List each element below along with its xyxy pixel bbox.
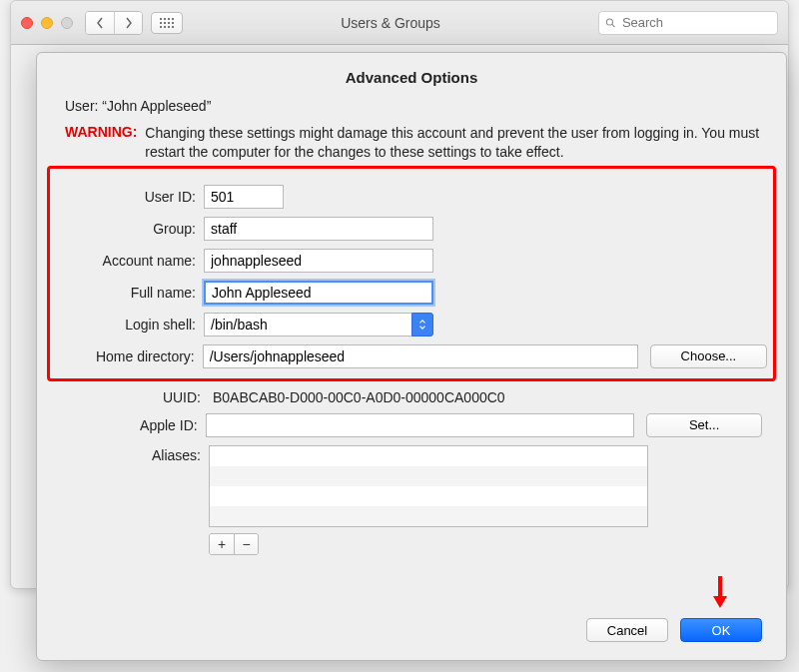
- advanced-options-sheet: Advanced Options User: “John Appleseed” …: [36, 52, 787, 661]
- nav-back-forward: [85, 11, 143, 35]
- warning-block: WARNING: Changing these settings might d…: [65, 124, 762, 162]
- window-title: Users & Groups: [183, 15, 598, 31]
- user-id-input[interactable]: [204, 185, 284, 209]
- warning-text: Changing these settings might damage thi…: [145, 124, 762, 162]
- back-button[interactable]: [86, 12, 114, 34]
- arrow-annotation: [710, 574, 730, 614]
- user-label: User:: [65, 98, 102, 114]
- show-all-button[interactable]: [151, 12, 183, 34]
- zoom-window-button[interactable]: [61, 17, 73, 29]
- highlight-annotation: User ID: Group: Account name: Full name:…: [47, 166, 776, 381]
- ok-button[interactable]: OK: [680, 618, 762, 642]
- apple-id-label: Apple ID:: [61, 417, 206, 433]
- home-dir-label: Home directory:: [56, 348, 203, 364]
- remove-alias-button[interactable]: −: [234, 534, 258, 554]
- add-alias-button[interactable]: +: [210, 534, 234, 554]
- user-name-value: “John Appleseed”: [102, 98, 211, 114]
- minimize-window-button[interactable]: [41, 17, 53, 29]
- uuid-value: B0ABCAB0-D000-00C0-A0D0-00000CA000C0: [209, 389, 505, 405]
- footer-buttons: Cancel OK: [586, 618, 762, 642]
- search-icon: [605, 17, 616, 29]
- down-arrow-icon: [710, 574, 730, 610]
- account-name-input[interactable]: [204, 249, 433, 273]
- titlebar: Users & Groups: [11, 1, 788, 45]
- login-shell-label: Login shell:: [56, 317, 204, 333]
- forward-button[interactable]: [114, 12, 142, 34]
- chevron-right-icon: [125, 17, 133, 29]
- full-name-label: Full name:: [56, 285, 204, 301]
- login-shell-dropdown-button[interactable]: [411, 313, 433, 336]
- group-input[interactable]: [204, 217, 433, 241]
- chevron-up-down-icon: [417, 320, 427, 330]
- full-name-input[interactable]: [204, 281, 433, 305]
- search-input[interactable]: [620, 14, 771, 31]
- group-label: Group:: [56, 221, 204, 237]
- svg-point-0: [606, 18, 612, 24]
- account-name-label: Account name:: [56, 253, 204, 269]
- login-shell-value[interactable]: [204, 313, 411, 336]
- alias-add-remove: + −: [209, 533, 259, 555]
- search-field-wrap[interactable]: [598, 11, 778, 35]
- login-shell-select[interactable]: [204, 313, 433, 336]
- apple-id-input[interactable]: [206, 413, 635, 437]
- choose-home-dir-button[interactable]: Choose...: [650, 344, 767, 368]
- cancel-button[interactable]: Cancel: [586, 618, 668, 642]
- svg-line-1: [612, 24, 615, 27]
- traffic-lights: [21, 17, 73, 29]
- warning-label: WARNING:: [65, 124, 137, 162]
- user-line: User: “John Appleseed”: [65, 98, 762, 114]
- aliases-list[interactable]: [209, 445, 648, 527]
- aliases-label: Aliases:: [61, 445, 209, 463]
- grid-icon: [160, 18, 174, 28]
- user-id-label: User ID:: [56, 189, 204, 205]
- set-apple-id-button[interactable]: Set...: [646, 413, 762, 437]
- home-dir-input[interactable]: [203, 344, 638, 368]
- chevron-left-icon: [96, 17, 104, 29]
- uuid-label: UUID:: [61, 389, 209, 405]
- sheet-title: Advanced Options: [61, 69, 762, 86]
- close-window-button[interactable]: [21, 17, 33, 29]
